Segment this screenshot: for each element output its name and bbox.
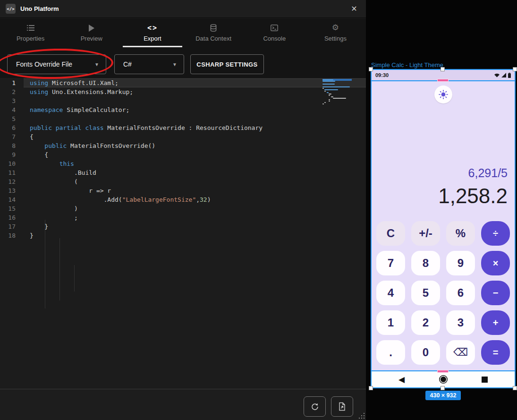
line-number: 6 [0,123,22,132]
tab-label: Properties [17,35,44,42]
list-icon [27,24,34,32]
code-line: 1using Microsoft.UI.Xaml; [0,78,321,87]
selection-handle-top-right[interactable] [513,67,517,71]
indent-guide [45,220,45,309]
nav-back-button[interactable]: ◀ [396,373,408,386]
key-0[interactable]: 0 [411,340,440,365]
code-line: 17 } [0,222,321,231]
uno-platform-panel: </> Uno Platform ✕ PropertiesPreview<>Ex… [0,0,366,420]
element-handle-bottom[interactable] [437,370,449,373]
element-handle-top[interactable] [437,79,449,82]
tab-label: Console [263,35,286,42]
tab-console[interactable]: Console [244,18,305,47]
key-subtract[interactable]: − [481,281,510,305]
recents-square-icon [482,377,488,383]
key-5[interactable]: 5 [411,281,440,305]
key-2[interactable]: 2 [411,310,440,335]
nav-home-button[interactable] [437,373,449,386]
export-file-button[interactable] [331,396,353,417]
tab-preview[interactable]: Preview [61,18,122,47]
export-toolbar: Fonts Override File ▼ C# ▼ CSHARP SETTIN… [0,47,366,78]
key-9[interactable]: 9 [446,251,475,275]
footer-bar [0,389,366,420]
key-7[interactable]: 7 [376,251,405,275]
preview-window-title: Simple Calc - Light Theme [371,61,443,69]
gear-icon: ⚙ [332,24,339,32]
file-export-icon [338,402,346,411]
wifi-icon [494,73,500,77]
file-dropdown-value: Fonts Override File [16,60,72,68]
chevron-down-icon: ▼ [167,62,177,67]
csharp-settings-button[interactable]: CSHARP SETTINGS [190,54,264,74]
key-backspace[interactable]: ⌫ [446,340,475,365]
code-line: 5 [0,114,321,123]
refresh-button[interactable] [304,396,326,417]
selection-handle-bottom-right[interactable] [513,386,517,390]
theme-toggle-button[interactable] [434,86,452,103]
display-expression: 6,291/5 [438,165,508,180]
minimap[interactable] [322,79,352,103]
code-line: 13 r => r [0,186,321,195]
line-number: 9 [0,150,22,159]
language-dropdown-value: C# [123,60,132,68]
selection-handle-bottom-left[interactable] [369,386,373,390]
resize-grip[interactable] [364,418,364,419]
tab-export[interactable]: <>Export [122,18,183,47]
code-line: 6public partial class MaterialFontsOverr… [0,123,321,132]
chevron-down-icon: ▼ [89,62,99,67]
indent-guide [59,238,60,300]
key-8[interactable]: 8 [411,251,440,275]
display-result: 1,258.2 [438,183,508,209]
key-equals[interactable]: = [481,340,510,365]
key-divide[interactable]: ÷ [481,221,510,246]
code-brackets-icon: </> [6,4,16,14]
tab-data-context[interactable]: Data Context [183,18,244,47]
tab-properties[interactable]: Properties [0,18,61,47]
nav-recents-button[interactable] [479,373,491,386]
database-icon [210,24,217,32]
line-number: 14 [0,195,22,204]
code-line: 14 .Add("LabelLargeFontSize",32) [0,195,321,204]
tab-bar: PropertiesPreview<>ExportData ContextCon… [0,18,366,47]
key-percent[interactable]: % [446,221,475,246]
key-plus-minus[interactable]: +/- [411,221,440,246]
line-number: 10 [0,159,22,168]
file-dropdown[interactable]: Fonts Override File ▼ [7,54,106,74]
code-line: 10 this [0,159,321,168]
selection-handle-top-left[interactable] [369,67,373,71]
line-number: 12 [0,177,22,186]
key-4[interactable]: 4 [376,281,405,305]
tab-settings[interactable]: ⚙Settings [305,18,366,47]
close-icon[interactable]: ✕ [349,4,359,14]
size-badge-container: 430 × 932 [371,391,516,400]
key-6[interactable]: 6 [446,281,475,305]
key-1[interactable]: 1 [376,310,405,335]
tab-label: Data Context [195,35,231,42]
code-line: 4namespace SimpleCalculator; [0,105,321,114]
home-circle-icon [441,377,446,382]
signal-icon [501,73,507,77]
line-number: 8 [0,141,22,150]
code-line: 16 ; [0,213,321,222]
line-number: 18 [0,231,22,240]
line-number: 1 [0,78,22,87]
key-3[interactable]: 3 [446,310,475,335]
code-editor[interactable]: 1using Microsoft.UI.Xaml;2using Uno.Exte… [0,78,366,389]
selection-handle-top-center[interactable] [441,67,445,71]
key-add[interactable]: + [481,310,510,335]
code-lines: 1using Microsoft.UI.Xaml;2using Uno.Exte… [0,78,321,240]
calculator-display: 6,291/5 1,258.2 [438,165,508,209]
line-number: 2 [0,87,22,96]
play-icon [88,24,94,32]
key-multiply[interactable]: × [481,251,510,275]
line-number: 16 [0,213,22,222]
code-line: 3 [0,96,321,105]
key-decimal[interactable]: . [376,340,405,365]
key-clear[interactable]: C [376,221,405,246]
code-line: 12 ( [0,177,321,186]
selection-handle-bottom-center[interactable] [441,386,445,390]
line-number: 3 [0,96,22,105]
tab-label: Settings [324,35,347,42]
phone-preview-frame[interactable]: 09:30 6,291/5 [371,69,516,388]
language-dropdown[interactable]: C# ▼ [114,54,184,74]
